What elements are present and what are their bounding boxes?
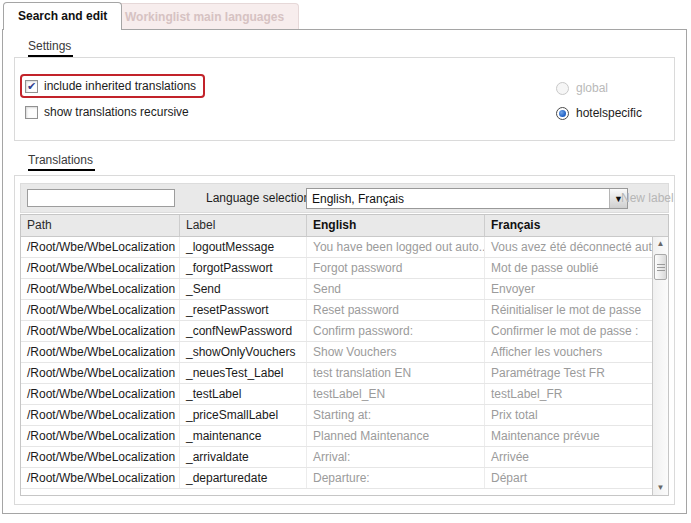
cell-francais: Départ (484, 468, 652, 488)
cell-francais: Prix total (484, 405, 652, 425)
settings-section-box (14, 57, 675, 141)
cell-english: testLabel_EN (306, 384, 484, 404)
table-row[interactable]: /Root/Wbe/WbeLocalization _testLabel tes… (21, 384, 652, 405)
tab-search-and-edit[interactable]: Search and edit (3, 2, 122, 30)
cell-path: /Root/Wbe/WbeLocalization (21, 258, 179, 278)
table-header-row: Path Label English Français (21, 215, 668, 237)
table-row[interactable]: /Root/Wbe/WbeLocalization _neuesTest_Lab… (21, 363, 652, 384)
cell-label: _logoutMessage (179, 237, 306, 257)
scroll-down-icon[interactable]: ▼ (653, 481, 668, 495)
cell-label: _maintenance (179, 426, 306, 446)
language-selection-label: Language selection (206, 184, 310, 212)
column-header-english: English (306, 215, 484, 236)
table-row[interactable]: /Root/Wbe/WbeLocalization _departuredate… (21, 468, 652, 489)
cell-path: /Root/Wbe/WbeLocalization (21, 384, 179, 404)
cell-francais: Afficher les vouchers (484, 342, 652, 362)
hotelspecific-radio[interactable] (556, 107, 569, 120)
cell-path: /Root/Wbe/WbeLocalization (21, 447, 179, 467)
cell-label: _neuesTest_Label (179, 363, 306, 383)
radio-row-global[interactable]: global (556, 81, 608, 95)
cell-path: /Root/Wbe/WbeLocalization (21, 426, 179, 446)
cell-path: /Root/Wbe/WbeLocalization (21, 300, 179, 320)
table-row[interactable]: /Root/Wbe/WbeLocalization _showOnlyVouch… (21, 342, 652, 363)
cell-path: /Root/Wbe/WbeLocalization (21, 237, 179, 257)
table-row[interactable]: /Root/Wbe/WbeLocalization _priceSmallLab… (21, 405, 652, 426)
table-row[interactable]: /Root/Wbe/WbeLocalization _confNewPasswo… (21, 321, 652, 342)
cell-english: Planned Maintenance (306, 426, 484, 446)
hotelspecific-radio-label[interactable]: hotelspecific (576, 106, 642, 120)
cell-label: _confNewPassword (179, 321, 306, 341)
cell-francais: Maintenance prévue (484, 426, 652, 446)
scrollbar-track[interactable] (653, 280, 668, 481)
window: Search and edit Workinglist main languag… (0, 0, 691, 523)
column-header-path: Path (21, 215, 179, 236)
scrollbar-thumb[interactable] (654, 254, 667, 280)
global-radio-label[interactable]: global (576, 81, 608, 95)
cell-path: /Root/Wbe/WbeLocalization (21, 468, 179, 488)
translations-table: Path Label English Français /Root/Wbe/Wb… (20, 214, 669, 496)
translations-section-label: Translations (28, 153, 95, 171)
cell-english: Departure: (306, 468, 484, 488)
global-radio[interactable] (556, 82, 569, 95)
table-rows: /Root/Wbe/WbeLocalization _logoutMessage… (21, 237, 652, 495)
language-selection-value: English, Français (307, 192, 609, 206)
cell-english: Show Vouchers (306, 342, 484, 362)
cell-path: /Root/Wbe/WbeLocalization (21, 342, 179, 362)
language-selection-dropdown[interactable]: English, Français ▼ (306, 188, 628, 209)
column-header-label: Label (179, 215, 306, 236)
tab-search-and-edit-label: Search and edit (18, 9, 107, 23)
table-row[interactable]: /Root/Wbe/WbeLocalization _Send Send Env… (21, 279, 652, 300)
cell-path: /Root/Wbe/WbeLocalization (21, 321, 179, 341)
table-row[interactable]: /Root/Wbe/WbeLocalization _logoutMessage… (21, 237, 652, 258)
settings-section-label: Settings (28, 39, 73, 57)
column-header-francais: Français (484, 215, 668, 236)
cell-english: Reset password (306, 300, 484, 320)
cell-path: /Root/Wbe/WbeLocalization (21, 279, 179, 299)
cell-label: _resetPasswort (179, 300, 306, 320)
cell-english: Starting at: (306, 405, 484, 425)
cell-label: _Send (179, 279, 306, 299)
cell-label: _arrivaldate (179, 447, 306, 467)
table-row[interactable]: /Root/Wbe/WbeLocalization _arrivaldate A… (21, 447, 652, 468)
show-recursive-label[interactable]: show translations recursive (44, 105, 189, 119)
cell-label: _forgotPasswort (179, 258, 306, 278)
show-recursive-checkbox[interactable] (25, 106, 38, 119)
cell-francais: Envoyer (484, 279, 652, 299)
scroll-up-icon[interactable]: ▲ (653, 237, 668, 251)
checkbox-row-include-inherited[interactable]: ✔ include inherited translations (20, 74, 205, 98)
cell-francais: Réinitialiser le mot de passe (484, 300, 652, 320)
translations-section-box: Language selection English, Français ▼ N… (14, 175, 675, 505)
cell-francais: Mot de passe oublié (484, 258, 652, 278)
cell-francais: testLabel_FR (484, 384, 652, 404)
cell-label: _priceSmallLabel (179, 405, 306, 425)
cell-english: Forgot password (306, 258, 484, 278)
tab-workinglist-label: Workinglist main languages (125, 10, 284, 24)
cell-english: Send (306, 279, 484, 299)
translations-toolbar: Language selection English, Français ▼ N… (20, 183, 669, 213)
filter-input[interactable] (27, 189, 175, 207)
new-label-button[interactable]: New label (621, 184, 674, 212)
table-row[interactable]: /Root/Wbe/WbeLocalization _forgotPasswor… (21, 258, 652, 279)
table-row[interactable]: /Root/Wbe/WbeLocalization _maintenance P… (21, 426, 652, 447)
tab-workinglist-main-languages[interactable]: Workinglist main languages (110, 3, 299, 29)
cell-label: _showOnlyVouchers (179, 342, 306, 362)
radio-row-hotelspecific[interactable]: hotelspecific (556, 106, 642, 120)
include-inherited-checkbox[interactable]: ✔ (25, 80, 38, 93)
cell-label: _departuredate (179, 468, 306, 488)
vertical-scrollbar[interactable]: ▲ ▼ (652, 237, 668, 495)
cell-path: /Root/Wbe/WbeLocalization (21, 405, 179, 425)
cell-path: /Root/Wbe/WbeLocalization (21, 363, 179, 383)
table-row[interactable]: /Root/Wbe/WbeLocalization _resetPasswort… (21, 300, 652, 321)
cell-francais: Paramétrage Test FR (484, 363, 652, 383)
cell-francais: Arrivée (484, 447, 652, 467)
cell-english: test translation EN (306, 363, 484, 383)
cell-english: Confirm password: (306, 321, 484, 341)
checkmark-icon: ✔ (27, 81, 36, 92)
cell-francais: Vous avez été déconnecté auto... (484, 237, 652, 257)
cell-english: You have been logged out auto... (306, 237, 484, 257)
checkbox-row-show-recursive[interactable]: show translations recursive (25, 105, 189, 119)
cell-english: Arrival: (306, 447, 484, 467)
cell-label: _testLabel (179, 384, 306, 404)
include-inherited-label[interactable]: include inherited translations (44, 79, 196, 93)
cell-francais: Confirmer le mot de passe : (484, 321, 652, 341)
